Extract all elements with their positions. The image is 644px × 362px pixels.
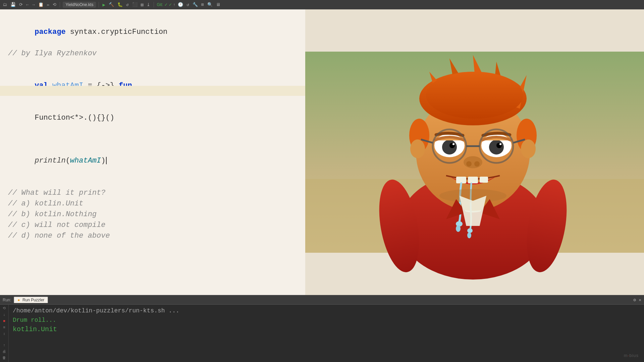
svg-rect-29 [468,177,478,183]
output-line-3: kotlin.Unit [13,325,640,334]
toolbar-icon-pencil[interactable]: ✏ [46,2,50,7]
toolbar-icon-search[interactable]: 🔍 [207,2,213,7]
fry-image-panel [305,9,644,295]
code-line-7: println(whatAmI) [8,145,297,177]
run-tab-dot: ● [17,298,20,302]
toolbar-separator-1 [60,2,60,7]
toolbar-icon-build[interactable]: 🔨 [108,2,115,7]
mobius-watermark: m·bius [624,353,639,358]
svg-point-12 [426,72,523,119]
code-line-6 [8,134,297,145]
toolbar-icon-undo[interactable]: ↺ [186,2,190,7]
svg-point-27 [474,161,480,167]
fry-svg [305,9,644,295]
svg-point-20 [452,143,454,145]
run-header-right: ⚙ ✕ [633,297,641,303]
svg-rect-28 [456,177,466,183]
text-cursor [106,157,107,164]
svg-point-33 [456,225,461,232]
code-line-3 [8,59,297,70]
svg-point-22 [489,140,504,155]
code-line-1: package syntax.crypticFunction [8,16,297,48]
toolbar-icon-wrench[interactable]: 🔧 [192,2,199,7]
toolbar-icon-back[interactable]: ← [25,2,30,7]
run-header: Run: ● Run Puzzler ⚙ ✕ [0,295,644,305]
code-line-12: // c) will not compile [8,220,297,231]
run-sidebar-icon-6[interactable]: 🖨 [2,349,7,354]
code-line-8 [8,177,297,188]
file-tab[interactable]: YieldNoOne.kts [63,2,96,8]
toolbar-icon-grid[interactable]: ⊞ [201,2,205,7]
code-line-13: // d) none of the above [8,231,297,241]
toolbar-icon-forward[interactable]: → [32,2,36,7]
run-close-icon[interactable]: ✕ [639,297,641,303]
toolbar-separator-3 [154,2,154,7]
code-line-4: val whatAmI = {->}.fun [8,70,297,102]
mobius-text-after: bius [629,353,639,358]
toolbar-icon-profile[interactable]: ⤓ [146,2,151,7]
run-sidebar-icon-7[interactable]: 🗑 [2,356,7,361]
run-output: /home/anton/dev/kotlin-puzzlers/run-kts.… [9,305,644,362]
main-area: package syntax.crypticFunction // by Ily… [0,9,644,295]
git-label: Git: ✓ ✓ ↑ [157,2,175,7]
toolbar-icon-refresh[interactable]: ⟳ [18,2,23,7]
svg-point-24 [499,143,501,145]
output-line-2: Drum roll... [13,315,640,325]
toolbar-icon-coverage[interactable]: ▤ [140,2,144,7]
toolbar-icon-file[interactable]: 💾 [10,2,16,7]
run-tab[interactable]: ● Run Puzzler [14,297,48,303]
toolbar-icon-clock[interactable]: 🕐 [177,2,184,7]
svg-point-32 [467,228,473,233]
toolbar: 🗂 💾 ⟳ ← → 📋 ✏ ⟲ YieldNoOne.kts ▶ 🔨 🐛 ↺ ⬛… [0,0,644,9]
code-editor[interactable]: package syntax.crypticFunction // by Ily… [0,9,305,295]
run-sidebar-icon-4[interactable]: ↕ [2,331,6,337]
run-sidebar: ⟲ ↓ ■ ≡ ↕ ↑ 🖨 🗑 [0,305,9,362]
code-line-9: // What will it print? [8,188,297,198]
run-button[interactable]: ▶ [102,2,106,8]
toolbar-separator-2 [99,2,99,7]
code-line-5: Function<*>.(){}() [8,102,297,134]
run-panel-label: Run: [3,298,11,302]
fry-container [305,9,644,295]
run-sidebar-icon-3[interactable]: ≡ [2,325,6,330]
svg-point-35 [439,189,506,202]
code-line-2: // by Ilya Ryzhenkov [8,48,297,59]
run-settings-icon[interactable]: ⚙ [633,297,636,303]
toolbar-icon-clip[interactable]: 📋 [38,2,44,7]
toolbar-icon-debug[interactable]: 🐛 [117,2,123,7]
run-tab-label: Run Puzzler [22,298,44,302]
output-line-1: /home/anton/dev/kotlin-puzzlers/run-kts.… [13,306,640,315]
svg-rect-30 [480,177,488,183]
code-line-11: // b) kotlin.Nothing [8,209,297,220]
mobius-text-before: m [624,353,628,358]
code-line-10: // a) kotlin.Unit [8,198,297,209]
svg-point-25 [464,156,482,168]
svg-point-34 [467,232,471,238]
run-content: ⟲ ↓ ■ ≡ ↕ ↑ 🖨 🗑 /home/anton/dev/kotlin-p… [0,305,644,362]
toolbar-icon-history[interactable]: ⟲ [52,2,57,7]
toolbar-icon-stop[interactable]: ⬛ [131,2,138,7]
svg-point-15 [410,139,425,158]
run-sidebar-icon-stop[interactable]: ■ [2,319,6,324]
svg-point-16 [521,139,536,158]
run-sidebar-icon-2[interactable]: ↓ [2,312,6,317]
toolbar-icon-misc[interactable]: 🖥 [215,2,221,7]
run-sidebar-icon-1[interactable]: ⟲ [2,306,6,311]
run-panel: Run: ● Run Puzzler ⚙ ✕ ⟲ ↓ ■ ≡ ↕ ↑ 🖨 🗑 /… [0,295,644,362]
toolbar-icon-save[interactable]: 🗂 [2,2,8,7]
toolbar-icon-reload[interactable]: ↺ [125,2,129,7]
svg-point-26 [466,161,472,167]
run-sidebar-icon-5[interactable]: ↑ [2,343,6,348]
svg-point-18 [442,140,457,155]
